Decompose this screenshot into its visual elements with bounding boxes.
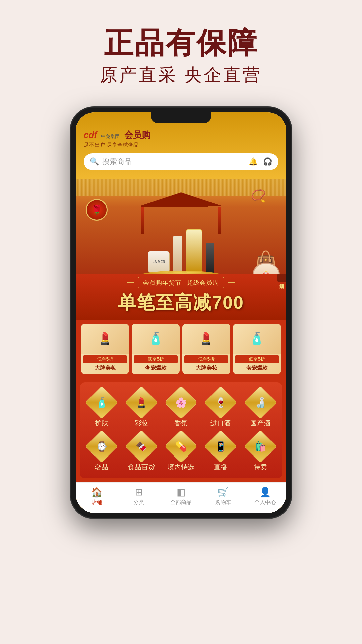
product-bottle1 <box>173 236 182 273</box>
category-label: 食品百货 <box>128 463 155 472</box>
diamond-shape: 🍫 <box>125 430 158 463</box>
product-card-label: 奢宠爆款 <box>132 365 180 372</box>
diamond-shape: 💊 <box>164 430 197 463</box>
promo-overlay: 活动规则 会员购年货节 | 超级会员周 单笔至高减700 <box>76 274 286 320</box>
promo-main-text: 单笔至高减700 <box>81 290 281 315</box>
product-cards-section: 💄 低至5折 大牌美妆 🧴 低至5折 奢宠爆款 💄 低至5折 大牌美妆 🧴 低至… <box>76 320 286 378</box>
product-card-badge: 低至5折 <box>83 355 127 363</box>
category-inner: 🧴 护肤 💄 彩妆 🌸 香氛 🍷 进口酒 🍶 <box>80 382 282 478</box>
diamond-shape: 🛍️ <box>244 430 277 463</box>
nav-icon: ⊞ <box>135 487 143 498</box>
product-lamer: LA MER <box>148 251 170 273</box>
category-item-直播[interactable]: 📱 直播 <box>202 433 239 472</box>
category-item-特卖[interactable]: 🛍️ 特卖 <box>242 433 279 472</box>
nav-item-购物车[interactable]: 🛒 购物车 <box>202 487 244 506</box>
product-card-0[interactable]: 💄 低至5折 大牌美妆 <box>81 324 129 374</box>
category-item-香氛[interactable]: 🌸 香氛 <box>163 389 199 428</box>
nav-icon: ◧ <box>177 487 185 498</box>
hero-products: LA MER <box>148 229 214 273</box>
headset-icon[interactable]: 🎧 <box>263 157 272 166</box>
search-bar[interactable]: 🔍 搜索商品 🔔 🎧 <box>84 153 278 170</box>
promo-badge-text: 会员购年货节 | 超级会员周 <box>138 277 224 288</box>
category-icon-wrap: 🍶 <box>247 389 274 416</box>
bottom-nav: 🏠 店铺 ⊞ 分类 ◧ 全部商品 🛒 购物车 👤 个人中心 <box>76 482 286 513</box>
product-card-badge: 低至5折 <box>235 355 279 363</box>
phone-frame-wrapper: cdf 中免集团 会员购 足不出户 尽享全球奢品 🔍 搜索商品 🔔 🎧 <box>70 107 292 518</box>
product-card-img: 💄 <box>182 324 230 354</box>
category-item-彩妆[interactable]: 💄 彩妆 <box>123 389 160 428</box>
category-label: 直播 <box>214 463 227 472</box>
product-card-2[interactable]: 💄 低至5折 大牌美妆 <box>182 324 230 374</box>
category-icon: 🛍️ <box>254 441 266 452</box>
category-icon: 🍷 <box>215 397 227 408</box>
app-tagline: 足不出户 尽享全球奢品 <box>84 142 278 149</box>
product-card-badge: 低至5折 <box>184 355 228 363</box>
nav-item-店铺[interactable]: 🏠 店铺 <box>76 487 118 506</box>
category-icon-wrap: 🍷 <box>207 389 234 416</box>
app-logo-area: cdf 中免集团 会员购 足不出户 尽享全球奢品 <box>84 129 278 149</box>
category-icon: 📱 <box>215 441 227 452</box>
notification-icon[interactable]: 🔔 <box>249 157 258 166</box>
product-bottle2 <box>206 243 214 273</box>
category-icon-wrap: ⌚ <box>88 433 115 460</box>
promo-rule[interactable]: 活动规则 <box>277 274 286 282</box>
category-item-食品百货[interactable]: 🍫 食品百货 <box>123 433 160 472</box>
nav-label: 全部商品 <box>170 499 192 506</box>
category-item-国产酒[interactable]: 🍶 国产酒 <box>242 389 279 428</box>
phone-screen: cdf 中免集团 会员购 足不出户 尽享全球奢品 🔍 搜索商品 🔔 🎧 <box>76 112 286 513</box>
product-card-img: 🧴 <box>233 324 281 354</box>
nav-icon: 🏠 <box>91 487 103 498</box>
category-label: 国产酒 <box>250 419 270 428</box>
top-section: 正品有保障 原产直采 央企直营 <box>100 0 262 100</box>
nav-icon: 👤 <box>259 487 271 498</box>
category-icon: 💄 <box>135 397 147 408</box>
arch-decoration <box>141 192 221 234</box>
product-card-1[interactable]: 🧴 低至5折 奢宠爆款 <box>132 324 180 374</box>
nav-item-分类[interactable]: ⊞ 分类 <box>118 487 160 506</box>
category-icon-wrap: 📱 <box>207 433 234 460</box>
diamond-shape: 🌸 <box>164 386 197 419</box>
product-card-badge: 低至5折 <box>134 355 178 363</box>
nav-label: 店铺 <box>92 499 102 506</box>
product-card-label: 大牌美妆 <box>81 365 129 372</box>
page-subtitle: 原产直采 央企直营 <box>100 63 262 87</box>
product-grid: 💄 低至5折 大牌美妆 🧴 低至5折 奢宠爆款 💄 低至5折 大牌美妆 🧴 低至… <box>81 324 281 374</box>
category-label: 彩妆 <box>135 419 148 428</box>
diamond-shape: 📱 <box>204 430 237 463</box>
category-item-境内特选[interactable]: 💊 境内特选 <box>163 433 199 472</box>
app-content: cdf 中免集团 会员购 足不出户 尽享全球奢品 🔍 搜索商品 🔔 🎧 <box>76 112 286 513</box>
phone-frame: cdf 中免集团 会员购 足不出户 尽享全球奢品 🔍 搜索商品 🔔 🎧 <box>70 107 292 518</box>
category-icon: 🌸 <box>175 397 187 408</box>
product-card-img: 💄 <box>81 324 129 354</box>
category-icon-wrap: 💊 <box>168 433 194 460</box>
product-card-label: 奢宠爆款 <box>233 365 281 372</box>
hero-banner: 🌹 📿 LA MER <box>76 179 286 320</box>
nav-item-全部商品[interactable]: ◧ 全部商品 <box>160 487 202 506</box>
nav-label: 购物车 <box>215 499 231 506</box>
product-card-img: 🧴 <box>132 324 180 354</box>
category-icon-wrap: 🌸 <box>168 389 194 416</box>
diamond-shape: 💄 <box>125 386 158 419</box>
page-title: 正品有保障 <box>100 27 262 59</box>
category-item-护肤[interactable]: 🧴 护肤 <box>83 389 120 428</box>
app-logo: cdf 中免集团 会员购 <box>84 129 278 141</box>
category-item-奢品[interactable]: ⌚ 奢品 <box>83 433 120 472</box>
nav-label: 个人中心 <box>254 499 276 506</box>
category-icon-wrap: 🍫 <box>128 433 155 460</box>
rose-knot: 🌹 <box>86 199 108 221</box>
product-main-bottle <box>186 229 202 273</box>
category-icon: 🍶 <box>254 397 266 408</box>
promo-badge-row: 会员购年货节 | 超级会员周 <box>81 277 281 288</box>
category-item-进口酒[interactable]: 🍷 进口酒 <box>202 389 239 428</box>
category-label: 境内特选 <box>168 463 194 472</box>
category-grid: 🧴 护肤 💄 彩妆 🌸 香氛 🍷 进口酒 🍶 <box>83 389 279 472</box>
product-card-3[interactable]: 🧴 低至5折 奢宠爆款 <box>233 324 281 374</box>
search-placeholder: 搜索商品 <box>102 157 245 167</box>
diamond-shape: 🍶 <box>244 386 277 419</box>
nav-label: 分类 <box>133 499 144 506</box>
nav-item-个人中心[interactable]: 👤 个人中心 <box>244 487 286 506</box>
search-icon: 🔍 <box>90 157 99 166</box>
category-icon: 🍫 <box>135 441 147 452</box>
category-label: 进口酒 <box>210 419 231 428</box>
category-icon: 💊 <box>175 441 187 452</box>
